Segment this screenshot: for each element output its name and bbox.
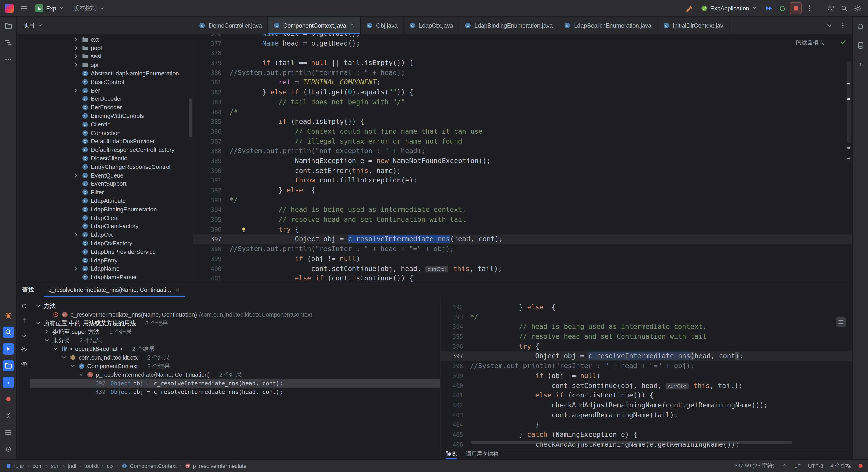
find-tree-row[interactable]: 委托至 super 方法1 个结果 xyxy=(30,327,440,336)
code-line-396[interactable]: 396 try { xyxy=(440,342,852,352)
file-encoding[interactable]: UTF-8 xyxy=(808,463,823,469)
rerun-application-icon[interactable] xyxy=(776,2,788,14)
code-line-397[interactable]: 397 Object obj = c_resolveIntermediate_n… xyxy=(440,352,852,361)
line-separator[interactable]: LF xyxy=(794,463,801,469)
editor-tab[interactable]: CComponentContext.java xyxy=(268,17,361,34)
project-tree-item[interactable]: CConnection xyxy=(17,129,193,137)
project-tree-item[interactable]: CLdapCtx xyxy=(17,230,193,239)
project-tree-item[interactable]: CLdapName xyxy=(17,264,193,273)
close-icon[interactable] xyxy=(175,287,180,292)
find-tool-icon[interactable] xyxy=(2,326,14,338)
vcs-widget[interactable]: 版本控制 xyxy=(70,2,109,14)
settings-icon[interactable] xyxy=(852,2,864,14)
project-tree-item[interactable]: CEventSupport xyxy=(17,180,193,188)
breadcrumb-item[interactable]: jndi xyxy=(68,463,76,469)
find-tree-row[interactable]: mp_resolveIntermediate(Name, Continuatio… xyxy=(30,370,440,379)
project-tree-item[interactable]: CLdapCtxFactory xyxy=(17,239,193,248)
debugger-tool-icon[interactable] xyxy=(2,310,14,321)
project-tree-item[interactable]: CDigestClientId xyxy=(17,154,193,163)
code-line-378[interactable]: 378 xyxy=(193,49,852,58)
close-tab-icon[interactable] xyxy=(349,23,355,28)
indent-style[interactable]: 4 个空格 xyxy=(831,462,851,470)
code-line-381[interactable]: 381 ret = TERMINAL_COMPONENT; xyxy=(193,78,852,88)
next-occurrence-icon[interactable] xyxy=(19,330,29,340)
code-line-388[interactable]: 388//System.out.println("nnf exception :… xyxy=(193,147,852,156)
code-line-401[interactable]: 401 else if (cont.isContinue()) { xyxy=(440,391,852,401)
code-line-395[interactable]: 395 // resolve head and set Continuation… xyxy=(440,332,852,342)
find-tree-row[interactable]: 397Object obj = c_resolveIntermediate_nn… xyxy=(30,379,440,387)
project-tree-item[interactable]: ext xyxy=(17,35,193,44)
code-line-379[interactable]: 379 if (tail == null || tail.isEmpty()) … xyxy=(193,58,852,68)
project-tree-item[interactable]: CLdapClient xyxy=(17,213,193,222)
explorer-tool-icon[interactable] xyxy=(2,360,14,371)
preview-tab[interactable]: 调用层次结构 xyxy=(466,449,498,459)
code-line-400[interactable]: 400 cont.setContinue(obj, head, currCtx:… xyxy=(440,381,852,391)
build-hammer-icon[interactable] xyxy=(684,2,695,14)
code-line-398[interactable]: 398//System.out.println("resInter : " + … xyxy=(193,244,852,254)
project-tree-item[interactable]: CLdapClientFactory xyxy=(17,222,193,230)
refresh-icon[interactable] xyxy=(19,301,29,311)
code-line-384[interactable]: 384/* xyxy=(193,107,852,117)
code-line-401[interactable]: 401 else if (cont.isContinue()) { xyxy=(193,274,852,282)
find-tree-row[interactable]: CComponentContext2 个结果 xyxy=(30,362,440,370)
resume-program-icon[interactable] xyxy=(763,2,774,14)
project-tree-item[interactable]: CClientId xyxy=(17,120,193,129)
project-tree-item[interactable]: CAbstractLdapNamingEnumeration xyxy=(17,69,193,78)
find-tree-row[interactable]: 所有位置 中的 用法或某方法的用法3 个结果 xyxy=(30,319,440,327)
editor-tab[interactable]: CObj.java xyxy=(361,17,403,34)
code-line-383[interactable]: 383 // tail does not begin with "/" xyxy=(193,98,852,107)
notifications-icon[interactable] xyxy=(855,21,866,33)
preview-toggle-icon[interactable] xyxy=(19,358,29,369)
code-line-399[interactable]: 399 if (obj != null) xyxy=(193,254,852,264)
reader-mode-toggle[interactable]: 阅读器模式 xyxy=(796,39,824,46)
find-tree-row[interactable]: < openjdk8-redhat >2 个结果 xyxy=(30,345,440,353)
project-widget[interactable]: E Exp xyxy=(32,2,68,14)
maven-tool-icon[interactable]: m xyxy=(855,58,866,69)
editor-tab[interactable]: CDemoController.java xyxy=(193,17,268,34)
ide-logo-icon[interactable] xyxy=(4,4,13,13)
search-everywhere-icon[interactable] xyxy=(838,2,850,14)
code-line-392[interactable]: 392 } else { xyxy=(440,303,852,312)
project-tree-item[interactable]: CBerDecoder xyxy=(17,95,193,103)
lock-icon[interactable] xyxy=(782,463,787,469)
info-tool-icon[interactable]: i xyxy=(2,377,14,388)
code-with-me-icon[interactable] xyxy=(825,2,836,14)
project-tree-item[interactable]: CBer xyxy=(17,86,193,95)
code-line-397[interactable]: 397 Object obj = c_resolveIntermediate_n… xyxy=(193,234,852,244)
code-line-380[interactable]: 380//System.out.println("terminal : " + … xyxy=(193,68,852,78)
project-tree-item[interactable]: CEntryChangeResponseControl xyxy=(17,163,193,171)
project-scrollbar[interactable] xyxy=(189,98,192,137)
project-tool-icon[interactable] xyxy=(2,20,14,32)
code-line-377[interactable]: 377 Name head = p.getHead(); xyxy=(193,39,852,48)
run-configuration-selector[interactable]: ExpApplication xyxy=(697,2,761,14)
breadcrumb-item[interactable]: toolkit xyxy=(84,463,98,469)
code-line-386[interactable]: 386 // Context could not find name that … xyxy=(193,127,852,137)
code-line-382[interactable]: 382 } else if (!tail.get(0).equals("")) … xyxy=(193,88,852,97)
find-results-tab[interactable]: c_resolveIntermediate_nns(Name, Continua… xyxy=(44,283,185,297)
breadcrumb-item[interactable]: mp_resolveIntermediate xyxy=(185,463,246,469)
code-line-404[interactable]: 404 } xyxy=(440,420,852,430)
code-line-405[interactable]: 405 } catch (NamingException e) { xyxy=(440,430,852,440)
project-tree-item[interactable]: spi xyxy=(17,61,193,69)
project-panel-header[interactable]: 项目 xyxy=(17,17,193,34)
code-line-376[interactable]: 376 Name tail = p.getTail(); xyxy=(193,34,852,39)
preview-tab[interactable]: 预览 xyxy=(446,449,457,459)
database-tool-icon[interactable] xyxy=(855,40,866,51)
breadcrumb-item[interactable]: com xyxy=(33,463,43,469)
previous-occurrence-icon[interactable] xyxy=(19,315,29,325)
breadcrumb-item[interactable]: rt.jar xyxy=(5,463,24,469)
find-settings-icon[interactable] xyxy=(19,344,29,354)
code-line-400[interactable]: 400 cont.setContinue(obj, head, currCtx:… xyxy=(193,264,852,274)
main-menu-icon[interactable] xyxy=(18,2,30,14)
project-tree-item[interactable]: CBerEncoder xyxy=(17,103,193,112)
code-line-395[interactable]: 395 // resolve head and set Continuation… xyxy=(193,215,852,225)
project-tree-item[interactable]: CLdapAttribute xyxy=(17,196,193,205)
project-tree-item[interactable]: CBindingWithControls xyxy=(17,112,193,120)
record-tool-icon[interactable] xyxy=(2,394,14,405)
more-tool-windows-icon[interactable] xyxy=(2,54,14,65)
find-tree-row[interactable]: mc_resolveIntermediate_nns(Name, Continu… xyxy=(30,310,440,319)
code-line-399[interactable]: 399 if (obj != null) xyxy=(440,371,852,381)
code-line-394[interactable]: 394 // head is being used as intermediat… xyxy=(193,205,852,215)
code-line-389[interactable]: 389 NamingException e = new NameNotFound… xyxy=(193,156,852,166)
code-line-394[interactable]: 394 // head is being used as intermediat… xyxy=(440,322,852,332)
